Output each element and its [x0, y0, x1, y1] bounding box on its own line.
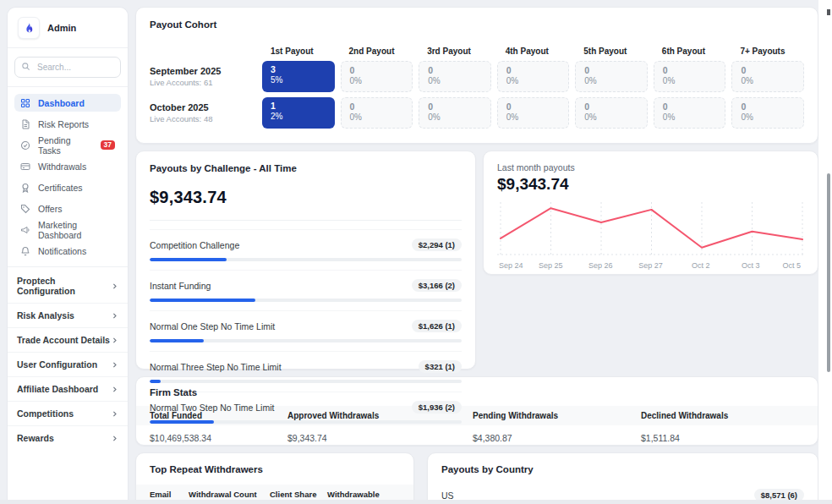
sidebar-item-offers[interactable]: Offers [14, 200, 121, 217]
progress-bar [150, 339, 204, 342]
challenge-label: Competition Challenge [150, 240, 239, 250]
progress-bar [150, 299, 255, 302]
search-icon [21, 62, 30, 71]
payout-cohort-title: Payout Cohort [150, 19, 804, 30]
progress-track [150, 380, 462, 383]
last-month-payouts-title: Last month payouts [497, 162, 804, 173]
chevron-right-icon [111, 337, 118, 344]
sidebar-section-affiliate-dashboard[interactable]: Affiliate Dashboard [8, 376, 128, 401]
sidebar-item-label: Withdrawals [38, 162, 86, 172]
cohort-cell: 12% [262, 97, 335, 129]
scrollbar-top-cap [827, 9, 830, 15]
cohort-cell: 00% [575, 97, 648, 129]
progress-track [150, 258, 462, 261]
cohort-cell: 00% [419, 97, 491, 129]
last-month-payouts-total: $9,343.74 [497, 175, 804, 194]
scrollbar-thumb[interactable] [827, 173, 830, 372]
section-label: Trade Account Details [17, 335, 110, 345]
sidebar-section-competitions[interactable]: Competitions [8, 401, 128, 425]
section-label: Competitions [17, 408, 74, 419]
challenge-row: Normal One Step No Time Limit $1,626 (1) [150, 310, 462, 342]
payouts-by-country-title: Payouts by Country [441, 464, 804, 474]
challenge-label: Normal Three Step No Time Limit [150, 362, 282, 372]
sidebar-section-risk-analysis[interactable]: Risk Analysis [8, 303, 128, 327]
sidebar-item-notifications[interactable]: Notifications [14, 242, 121, 260]
challenge-label: Normal One Step No Time Limit [150, 321, 275, 331]
progress-track [150, 299, 462, 302]
cohort-cell: 00% [419, 61, 491, 92]
challenge-value-badge: $1,626 (1) [412, 320, 462, 332]
sidebar-section-trade-account-details[interactable]: Trade Account Details [8, 327, 128, 352]
firm-stats-column-header: Approved Withdrawals [287, 411, 473, 420]
brand-name: Admin [47, 23, 76, 33]
chevron-right-icon [111, 282, 118, 290]
challenge-label: Instant Funding [150, 281, 211, 291]
sidebar-item-pending-tasks[interactable]: Pending Tasks 37 [14, 136, 121, 154]
progress-bar [150, 380, 161, 383]
payouts-by-challenge-card: Payouts by Challenge - All Time $9,343.7… [135, 151, 476, 370]
divider [150, 220, 462, 221]
chart-x-tick: Sep 26 [588, 261, 613, 270]
cohort-column-header: 5th Payout [575, 47, 648, 56]
cohort-cell: 00% [731, 61, 804, 92]
challenge-row: Instant Funding $3,166 (2) [150, 270, 462, 302]
firm-stats-card: Firm Stats Total Funded Approved Withdra… [135, 376, 818, 446]
chart-x-tick: Oct 2 [692, 261, 710, 270]
payouts-by-country-card: Payouts by Country US $8,571 (6) [427, 452, 818, 504]
challenge-row: Normal Three Step No Time Limit $321 (1) [150, 351, 462, 383]
last-month-payouts-card: Last month payouts $9,343.74 Sep 24Sep 2… [483, 151, 818, 275]
cohort-cell: 35% [262, 61, 335, 92]
challenge-value-badge: $2,294 (1) [412, 238, 462, 251]
chevron-right-icon [111, 435, 118, 442]
sidebar-item-label: Marketing Dashboard [38, 220, 115, 240]
report-icon [20, 119, 30, 129]
sidebar-section-rewards[interactable]: Rewards [8, 425, 128, 450]
cohort-column-header: 6th Payout [654, 47, 726, 56]
cohort-cell: 00% [341, 61, 413, 92]
firm-stats-column-header: Total Funded [150, 411, 287, 420]
sidebar-item-marketing-dashboard[interactable]: Marketing Dashboard [14, 221, 121, 238]
firm-stats-value-row: $10,469,538.34 $9,343.74 $4,380.87 $1,51… [136, 425, 818, 446]
firm-stats-column-header: Declined Withdrawals [641, 411, 804, 420]
progress-bar [150, 258, 227, 261]
sidebar-item-label: Pending Tasks [38, 135, 91, 156]
chevron-right-icon [111, 410, 118, 418]
sidebar-section-user-configuration[interactable]: User Configuration [8, 352, 128, 376]
flame-logo-icon [18, 17, 40, 39]
sidebar-item-label: Offers [38, 204, 62, 214]
vertical-scrollbar [826, 0, 830, 504]
certificate-icon [20, 183, 30, 193]
section-label: Affiliate Dashboard [17, 384, 98, 394]
firm-stats-value: $1,511.84 [641, 433, 804, 443]
cohort-row-label: September 2025 Live Accounts: 61 [150, 66, 256, 87]
chart-x-tick: Sep 24 [499, 261, 523, 270]
challenge-value-badge: $321 (1) [419, 360, 462, 373]
chevron-right-icon [111, 386, 118, 393]
cohort-cell: 00% [654, 61, 726, 92]
payout-cohort-table: 1st Payout 2nd Payout 3rd Payout 4th Pay… [150, 47, 804, 129]
sidebar-item-certificates[interactable]: Certificates [14, 178, 121, 196]
chart-x-tick: Sep 27 [638, 261, 663, 270]
tasks-icon [20, 140, 30, 151]
chevron-right-icon [111, 361, 118, 369]
section-label: Proptech Configuration [17, 276, 111, 296]
tag-icon [20, 204, 30, 214]
chart-x-tick: Oct 3 [742, 261, 760, 270]
bottom-scroll-strip [0, 500, 832, 504]
sidebar-item-dashboard[interactable]: Dashboard [14, 94, 121, 112]
sidebar-item-risk-reports[interactable]: Risk Reports [14, 115, 121, 133]
main-content: Payout Cohort 1st Payout 2nd Payout 3rd … [135, 7, 818, 504]
payouts-by-challenge-title: Payouts by Challenge - All Time [150, 163, 462, 173]
pending-tasks-badge: 37 [101, 140, 115, 151]
cohort-cell: 00% [341, 97, 413, 129]
line-chart-svg [497, 199, 806, 260]
firm-stats-value: $9,343.74 [287, 433, 473, 443]
section-label: Risk Analysis [17, 310, 74, 320]
sidebar-section-proptech-configuration[interactable]: Proptech Configuration [8, 269, 128, 303]
country-label: US [441, 490, 454, 501]
top-repeat-withdrawers-card: Top Repeat Withdrawers Email Withdrawal … [135, 452, 414, 504]
sidebar-item-withdrawals[interactable]: Withdrawals [14, 157, 121, 175]
sidebar-item-label: Notifications [38, 246, 86, 256]
top-repeat-withdrawers-title: Top Repeat Withdrawers [136, 464, 413, 474]
cohort-column-header: 1st Payout [262, 47, 335, 56]
